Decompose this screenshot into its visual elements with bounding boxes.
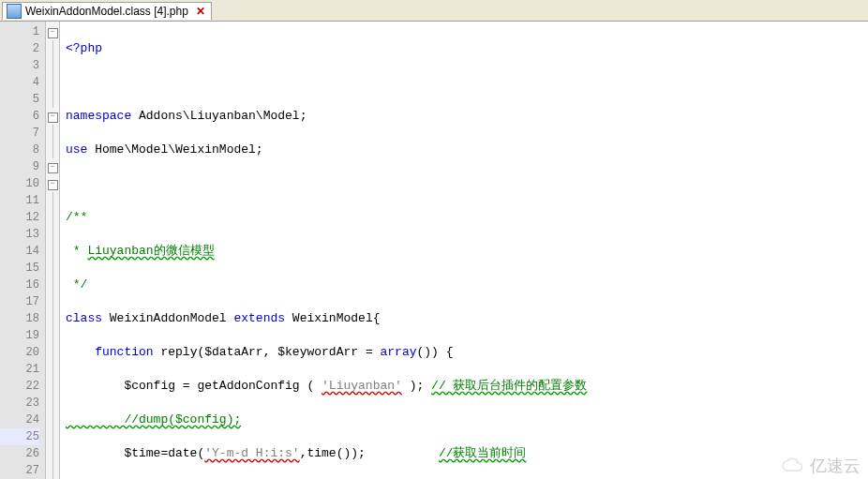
close-icon[interactable]: ✕ <box>196 5 205 18</box>
line-number: 5 <box>0 91 39 108</box>
line-number: 22 <box>0 378 39 395</box>
line-number: 14 <box>0 243 39 260</box>
editor-area: 1 2 3 4 5 6 7 8 9 10 11 12 13 14 15 16 1… <box>0 22 868 479</box>
line-number: 17 <box>0 293 39 310</box>
line-number: 20 <box>0 344 39 361</box>
line-number: 16 <box>0 277 39 293</box>
line-number: 15 <box>0 260 39 277</box>
code-line: class WeixinAddonModel extends WeixinMod… <box>66 310 868 327</box>
line-number: 21 <box>0 361 39 378</box>
line-number: 8 <box>0 142 39 158</box>
line-number: 2 <box>0 40 39 57</box>
code-line: */ <box>66 277 868 293</box>
fold-toggle[interactable]: − <box>48 112 58 123</box>
line-number: 27 <box>0 462 39 479</box>
line-number: 25 <box>0 428 39 445</box>
code-line: function reply($dataArr, $keywordArr = a… <box>66 344 868 361</box>
code-line: * Liuyanban的微信模型 <box>66 243 868 260</box>
code-line: $time=date('Y-m-d H:i:s',time()); //获取当前… <box>66 445 868 462</box>
line-number: 3 <box>0 57 39 74</box>
line-number: 11 <box>0 192 39 209</box>
line-number: 18 <box>0 310 39 327</box>
fold-gutter: − − − − <box>46 22 60 479</box>
line-number: 1 <box>0 23 39 40</box>
file-icon <box>7 4 22 19</box>
line-number: 19 <box>0 327 39 344</box>
file-tab[interactable]: WeixinAddonModel.class [4].php ✕ <box>2 2 212 20</box>
tab-bar: WeixinAddonModel.class [4].php ✕ <box>0 0 868 22</box>
code-line <box>66 175 868 192</box>
code-line: use Home\Model\WeixinModel; <box>66 142 868 158</box>
code-line <box>66 74 868 91</box>
line-number: 9 <box>0 158 39 175</box>
fold-toggle[interactable]: − <box>48 180 58 190</box>
line-number: 23 <box>0 395 39 412</box>
line-number: 6 <box>0 108 39 125</box>
code-line: $config = getAddonConfig ( 'Liuyanban' )… <box>66 378 868 395</box>
fold-toggle[interactable]: − <box>48 163 58 173</box>
fold-toggle[interactable]: − <box>48 28 58 38</box>
line-number: 4 <box>0 74 39 91</box>
code-line: namespace Addons\Liuyanban\Model; <box>66 108 868 125</box>
line-number: 26 <box>0 445 39 462</box>
code-line: //dump($config); <box>66 412 868 428</box>
line-number: 24 <box>0 412 39 428</box>
line-number: 10 <box>0 175 39 192</box>
line-number: 13 <box>0 226 39 243</box>
code-line: <?php <box>66 40 868 57</box>
line-number-gutter: 1 2 3 4 5 6 7 8 9 10 11 12 13 14 15 16 1… <box>0 22 46 479</box>
line-number: 7 <box>0 125 39 142</box>
line-number: 12 <box>0 209 39 226</box>
tab-filename: WeixinAddonModel.class [4].php <box>25 5 188 18</box>
code-line: /** <box>66 209 868 226</box>
code-area[interactable]: <?php namespace Addons\Liuyanban\Model; … <box>60 22 868 479</box>
